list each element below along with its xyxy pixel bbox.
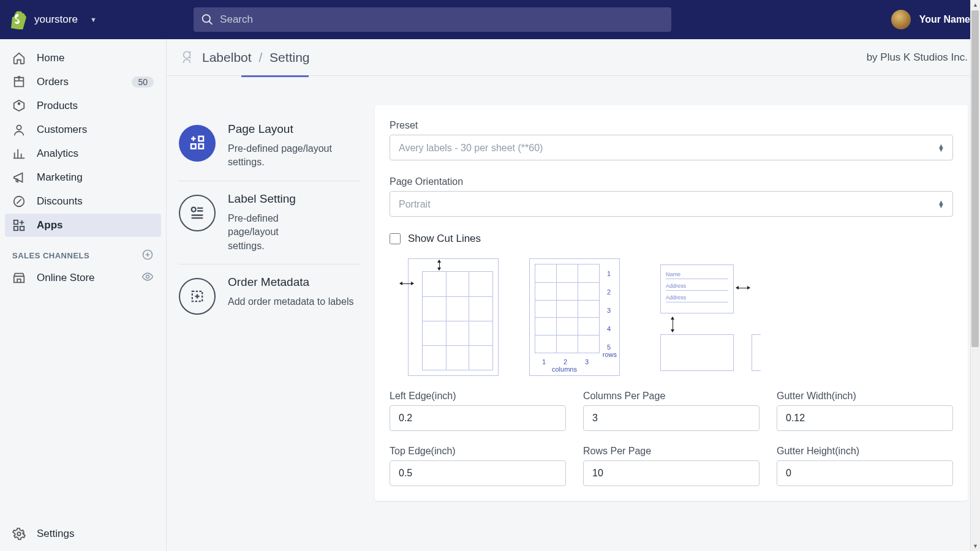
svg-rect-14 bbox=[199, 137, 204, 141]
order-metadata-icon bbox=[179, 278, 216, 315]
marketing-icon bbox=[12, 171, 26, 184]
products-icon bbox=[12, 99, 26, 113]
svg-rect-5 bbox=[14, 220, 18, 224]
left-edge-input[interactable] bbox=[390, 405, 566, 431]
section-desc: Pre-defined page/layout settings. bbox=[228, 212, 301, 253]
discounts-icon bbox=[12, 195, 26, 208]
svg-point-9 bbox=[146, 275, 149, 278]
field-columns: Columns Per Page bbox=[583, 391, 760, 431]
diagram-gutters: Name Address Address bbox=[650, 258, 761, 376]
user-name[interactable]: Your Name bbox=[919, 14, 970, 25]
breadcrumb-page: Setting bbox=[270, 50, 309, 64]
sidebar-item-label: Products bbox=[37, 100, 78, 112]
orders-icon bbox=[12, 75, 26, 89]
caret-down-icon: ▼ bbox=[90, 16, 97, 23]
svg-rect-13 bbox=[199, 144, 204, 149]
sidebar-item-label: Online Store bbox=[37, 272, 95, 284]
sidebar-item-label: Discounts bbox=[37, 195, 83, 208]
section-title: Label Setting bbox=[228, 192, 301, 206]
svg-line-1 bbox=[209, 21, 212, 24]
sidebar-item-settings[interactable]: Settings bbox=[5, 522, 161, 545]
section-label-setting[interactable]: Label Setting Pre-defined page/layout se… bbox=[179, 181, 360, 264]
apps-icon bbox=[12, 219, 26, 232]
sidebar-item-orders[interactable]: Orders 50 bbox=[5, 70, 161, 94]
field-top-edge: Top Edge(inch) bbox=[390, 446, 566, 486]
sidebar-item-marketing[interactable]: Marketing bbox=[5, 166, 161, 189]
settings-section-list: Page Layout Pre-defined page/layout sett… bbox=[179, 105, 360, 501]
breadcrumb: Labelbot / Setting bbox=[202, 50, 310, 65]
field-gutter-height: Gutter Height(inch) bbox=[777, 446, 953, 486]
svg-rect-6 bbox=[20, 227, 24, 230]
sidebar-item-label: Home bbox=[37, 52, 64, 64]
sidebar-item-apps[interactable]: Apps bbox=[5, 214, 161, 237]
svg-point-0 bbox=[203, 15, 210, 22]
app-logo-icon bbox=[179, 50, 195, 66]
diagram-edges bbox=[408, 258, 499, 376]
svg-point-2 bbox=[18, 103, 20, 105]
store-name: yourstore bbox=[34, 13, 78, 26]
sidebar-item-home[interactable]: Home bbox=[5, 47, 161, 70]
main-content: Labelbot / Setting by Plus K Studios Inc… bbox=[167, 39, 980, 551]
section-title: Order Metadata bbox=[228, 276, 353, 289]
gutter-height-input[interactable] bbox=[777, 460, 953, 486]
label-setting-icon bbox=[179, 195, 216, 231]
scroll-up-icon[interactable]: ▲ bbox=[971, 0, 980, 10]
sidebar-item-customers[interactable]: Customers bbox=[5, 118, 161, 141]
section-order-metadata[interactable]: Order Metadata Add order metadata to lab… bbox=[179, 264, 360, 326]
sidebar-item-label: Apps bbox=[37, 219, 63, 231]
gutter-width-input[interactable] bbox=[777, 405, 953, 431]
preset-select[interactable]: Avery labels - 30 per sheet (**60) bbox=[390, 135, 953, 160]
customers-icon bbox=[12, 123, 26, 137]
shopify-logo-icon bbox=[10, 10, 27, 29]
page-layout-icon bbox=[179, 125, 216, 162]
avatar[interactable] bbox=[891, 10, 911, 29]
sidebar-item-products[interactable]: Products bbox=[5, 94, 161, 118]
scroll-thumb[interactable] bbox=[971, 10, 979, 347]
select-caret-icon: ▲▼ bbox=[938, 200, 944, 208]
field-gutter-width: Gutter Width(inch) bbox=[777, 391, 953, 431]
field-rows: Rows Per Page bbox=[583, 446, 760, 486]
search-input[interactable] bbox=[220, 13, 664, 26]
section-desc: Add order metadata to labels bbox=[228, 295, 353, 309]
breadcrumb-app[interactable]: Labelbot bbox=[202, 50, 252, 64]
svg-point-15 bbox=[192, 207, 196, 211]
rows-input[interactable] bbox=[583, 460, 760, 486]
section-title: Page Layout bbox=[228, 122, 360, 136]
byline: by Plus K Studios Inc. bbox=[867, 51, 968, 64]
svg-rect-12 bbox=[191, 144, 196, 149]
select-caret-icon: ▲▼ bbox=[938, 144, 944, 151]
analytics-icon bbox=[12, 147, 26, 160]
scroll-down-icon[interactable]: ▼ bbox=[971, 541, 980, 551]
scrollbar[interactable]: ▲ ▼ bbox=[970, 0, 980, 551]
topbar: yourstore ▼ Your Name bbox=[0, 0, 980, 39]
preset-label: Preset bbox=[390, 120, 953, 131]
store-switcher[interactable]: yourstore ▼ bbox=[10, 10, 163, 29]
store-icon bbox=[12, 271, 26, 285]
orders-badge: 50 bbox=[132, 77, 154, 88]
search-box[interactable] bbox=[194, 7, 671, 32]
sidebar-item-label: Analytics bbox=[37, 148, 78, 160]
sidebar-item-label: Customers bbox=[37, 124, 87, 136]
section-page-layout[interactable]: Page Layout Pre-defined page/layout sett… bbox=[179, 105, 360, 181]
sidebar-item-discounts[interactable]: Discounts bbox=[5, 190, 161, 213]
sidebar-item-analytics[interactable]: Analytics bbox=[5, 142, 161, 165]
field-left-edge: Left Edge(inch) bbox=[390, 391, 566, 431]
layout-diagrams: 1 2 3 4 5 rows 1 2 3 columns Name bbox=[390, 258, 953, 376]
sidebar: Home Orders 50 Products Customers Analyt… bbox=[0, 39, 167, 551]
view-icon[interactable] bbox=[141, 271, 154, 286]
top-edge-input[interactable] bbox=[390, 460, 566, 486]
sidebar-item-label: Orders bbox=[37, 76, 69, 88]
search-icon bbox=[201, 13, 214, 26]
add-channel-icon[interactable] bbox=[141, 249, 154, 263]
orientation-label: Page Orientation bbox=[390, 176, 953, 187]
show-cut-lines-label: Show Cut Lines bbox=[408, 233, 481, 245]
show-cut-lines-checkbox[interactable] bbox=[390, 233, 401, 244]
sidebar-item-online-store[interactable]: Online Store bbox=[5, 266, 161, 290]
svg-rect-7 bbox=[14, 227, 18, 230]
sidebar-item-label: Marketing bbox=[37, 171, 83, 184]
orientation-select[interactable]: Portrait bbox=[390, 191, 953, 217]
gear-icon bbox=[12, 527, 26, 541]
svg-point-3 bbox=[17, 126, 21, 130]
columns-input[interactable] bbox=[583, 405, 760, 431]
diagram-rows-cols: 1 2 3 4 5 rows 1 2 3 columns bbox=[529, 258, 620, 376]
